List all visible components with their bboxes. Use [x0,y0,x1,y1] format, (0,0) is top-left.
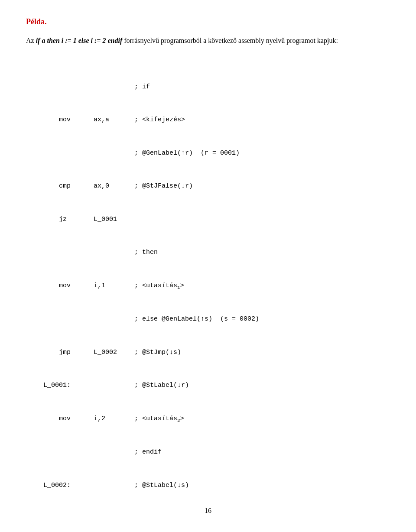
code-row-3: ; @GenLabel(↑r) (r = 0001) [43,148,390,159]
col-label-11: mov [43,413,78,425]
intro-code: if a then i := 1 else i := 2 endif [36,37,123,44]
col-comment-4: ; @StJFalse(↓r) [134,181,193,192]
col-op-10 [78,380,134,391]
col-op-4: ax,0 [78,181,134,192]
col-label-4: cmp [43,181,78,192]
col-op-6 [78,247,134,258]
col-op-5: L_0001 [78,214,134,225]
col-op-2: ax,a [78,114,134,126]
col-op-11: i,2 [78,413,134,425]
col-label-5: jz [43,214,78,225]
code-row-6: ; then [43,247,390,258]
code-row-11: mov i,2; <utasítás2> [43,413,390,425]
col-comment-9: ; @StJmp(↓s) [134,347,181,358]
col-comment-2: ; <kifejezés> [134,114,185,126]
code-row-13: L_0002: ; @StLabel(↓s) [43,480,390,491]
col-comment-7: ; <utasítás1> [134,280,184,292]
col-label-2: mov [43,114,78,126]
col-comment-6: ; then [134,247,158,258]
code-block: ; if mov ax,a; <kifejezés> ; @GenLabel(↑… [43,59,390,502]
code-row-4: cmp ax,0; @StJFalse(↓r) [43,181,390,192]
col-label-12 [43,447,78,458]
col-op-8 [78,314,134,325]
code-row-12: ; endif [43,447,390,458]
col-label-8 [43,314,78,325]
col-comment-11: ; <utasítás2> [134,413,184,425]
col-comment-8: ; else @GenLabel(↑s) (s = 0002) [134,314,259,325]
col-comment-12: ; endif [134,447,162,458]
col-label-10: L_0001: [43,380,78,391]
col-comment-13: ; @StLabel(↓s) [134,480,189,491]
code-row-5: jz L_0001 [43,214,390,225]
col-comment-3: ; @GenLabel(↑r) (r = 0001) [134,148,240,159]
col-label-7: mov [43,280,78,292]
col-op-13 [78,480,134,491]
col-op-12 [78,447,134,458]
col-op-3 [78,148,134,159]
code-row-2: mov ax,a; <kifejezés> [43,114,390,126]
code-row-7: mov i,1; <utasítás1> [43,280,390,292]
col-label-3 [43,148,78,159]
page-title: Példa. [26,17,390,26]
col-comment-10: ; @StLabel(↓r) [134,380,189,391]
col-op-1 [78,81,134,93]
col-label-6 [43,247,78,258]
code-row-8: ; else @GenLabel(↑s) (s = 0002) [43,314,390,325]
col-comment-1: ; if [134,81,150,93]
col-label-9: jmp [43,347,78,358]
col-op-9: L_0002 [78,347,134,358]
code-row-1: ; if [43,81,390,93]
code-row-10: L_0001: ; @StLabel(↓r) [43,380,390,391]
code-row-9: jmp L_0002; @StJmp(↓s) [43,347,390,358]
col-op-7: i,1 [78,280,134,292]
col-label-13: L_0002: [43,480,78,491]
intro-paragraph: Az if a then i := 1 else i := 2 endif fo… [26,35,390,46]
col-label-1 [43,81,78,93]
page-number: 16 [205,507,211,515]
